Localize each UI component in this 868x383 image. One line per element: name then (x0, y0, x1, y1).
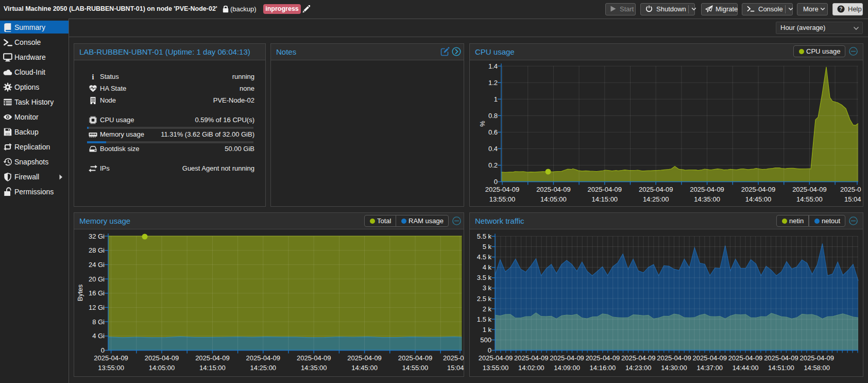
svg-text:i: i (92, 73, 94, 81)
svg-text:?: ? (839, 6, 842, 12)
